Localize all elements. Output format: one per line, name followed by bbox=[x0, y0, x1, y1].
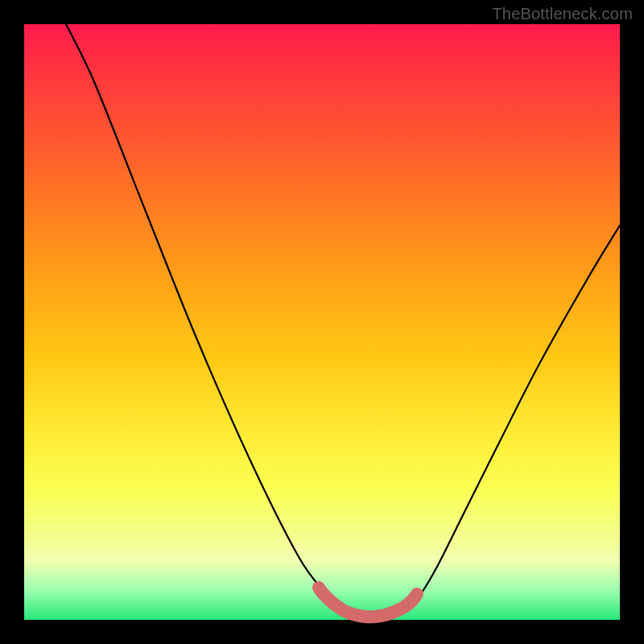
trough-highlight bbox=[319, 588, 417, 617]
bottleneck-curve bbox=[66, 24, 620, 617]
watermark-text: TheBottleneck.com bbox=[492, 5, 633, 23]
plot-area bbox=[24, 24, 620, 620]
chart-frame: TheBottleneck.com bbox=[0, 0, 644, 644]
curve-layer bbox=[24, 24, 620, 620]
